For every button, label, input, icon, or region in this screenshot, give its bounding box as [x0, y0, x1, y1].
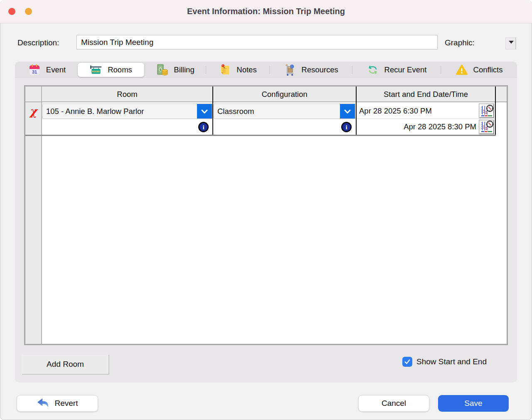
cancel-label: Cancel: [382, 399, 406, 408]
event-information-window: Event Information: Mission Trip Meeting …: [0, 0, 532, 420]
add-room-button[interactable]: Add Room: [22, 355, 109, 375]
tab-event[interactable]: 31 Event: [17, 63, 77, 77]
room-select-value: 105 - Annie B. Marlow Parlor: [43, 107, 197, 116]
delete-room-button[interactable]: χ: [25, 103, 41, 119]
rooms-sign-icon: ROOMS: [90, 64, 102, 76]
tab-rooms[interactable]: ROOMS Rooms: [78, 63, 144, 77]
show-start-end-label: Show Start and End: [416, 357, 487, 366]
minimize-button[interactable]: [25, 8, 32, 15]
datetime-picker-icon: [480, 104, 494, 118]
svg-text:31: 31: [32, 69, 37, 74]
end-datetime-field[interactable]: Apr 28 2025 8:30 PM: [357, 119, 494, 135]
column-divider: [41, 86, 42, 344]
delete-x-icon: χ: [30, 106, 37, 117]
room-select[interactable]: 105 - Annie B. Marlow Parlor: [42, 104, 212, 119]
tab-label: Billing: [174, 65, 194, 74]
datetime-picker-icon: [480, 120, 494, 133]
revert-label: Revert: [55, 399, 78, 408]
close-button[interactable]: [8, 8, 15, 15]
save-button[interactable]: Save: [438, 395, 509, 412]
chevron-down-icon: [342, 106, 352, 116]
svg-text:ROOMS: ROOMS: [92, 71, 100, 73]
row-bottom-divider: [25, 135, 496, 136]
undo-arrow-icon: [37, 398, 49, 409]
tab-label: Resources: [301, 65, 338, 74]
tab-billing[interactable]: $ Billing: [145, 63, 206, 77]
cancel-button[interactable]: Cancel: [358, 395, 429, 412]
graphic-label: Graphic:: [445, 38, 475, 47]
rooms-table: Room Configuration Start and End Date/Ti…: [24, 85, 508, 345]
tab-resources[interactable]: Resources: [270, 63, 352, 77]
configuration-dropdown-button[interactable]: [340, 104, 355, 119]
column-divider: [495, 86, 496, 136]
recur-arrows-icon: [367, 64, 379, 76]
checkmark-icon: [404, 358, 411, 366]
column-header-start-end: Start and End Date/Time: [357, 86, 495, 102]
end-datetime-value: Apr 28 2025 8:30 PM: [357, 122, 479, 131]
room-info-icon[interactable]: i: [198, 121, 209, 133]
tab-label: Rooms: [108, 65, 132, 74]
svg-text:i: i: [345, 124, 347, 131]
save-label: Save: [464, 399, 482, 408]
revert-button[interactable]: Revert: [17, 395, 98, 412]
configuration-info-row: i: [214, 119, 355, 135]
column-header-room: Room: [42, 86, 212, 102]
start-datetime-field[interactable]: Apr 28 2025 6:30 PM: [357, 103, 494, 119]
window-title: Event Information: Mission Trip Meeting: [187, 7, 345, 16]
svg-text:i: i: [202, 124, 204, 131]
tab-recur-event[interactable]: Recur Event: [352, 63, 441, 77]
tab-label: Conflicts: [473, 65, 503, 74]
tab-notes[interactable]: Notes: [206, 63, 269, 77]
configuration-info-icon[interactable]: i: [341, 121, 352, 133]
chevron-down-icon: [200, 106, 209, 116]
event-panel: 31 Event ROOMS Rooms $ Billing: [15, 62, 517, 383]
end-datetime-picker-button[interactable]: [479, 120, 494, 134]
show-start-end-checkbox[interactable]: [402, 357, 412, 367]
start-datetime-picker-button[interactable]: [479, 104, 494, 118]
triangle-down-icon: [509, 41, 514, 44]
title-bar: Event Information: Mission Trip Meeting: [0, 0, 532, 23]
tab-label: Recur Event: [384, 65, 427, 74]
start-datetime-value: Apr 28 2025 6:30 PM: [357, 106, 479, 116]
tab-label: Event: [46, 65, 66, 74]
warning-icon: [456, 64, 468, 76]
calendar-icon: 31: [28, 64, 41, 76]
tab-label: Notes: [236, 65, 256, 74]
sticky-note-icon: [219, 64, 231, 76]
tab-conflicts[interactable]: Conflicts: [441, 63, 517, 77]
configuration-select-value: Classroom: [214, 107, 340, 116]
room-dropdown-button[interactable]: [197, 104, 212, 119]
money-icon: $: [156, 64, 168, 76]
configuration-select[interactable]: Classroom: [214, 104, 355, 119]
description-input[interactable]: [76, 35, 438, 49]
column-divider: [212, 86, 213, 136]
tab-bar: 31 Event ROOMS Rooms $ Billing: [15, 62, 517, 78]
column-header-configuration: Configuration: [213, 86, 356, 102]
graphic-dropdown-button[interactable]: [505, 37, 516, 49]
show-start-end-control: Show Start and End: [402, 357, 487, 367]
description-label: Description:: [17, 38, 59, 47]
room-info-row: i: [42, 119, 212, 135]
add-room-label: Add Room: [47, 360, 84, 369]
hand-truck-icon: [283, 64, 296, 76]
row-gutter-column: [25, 86, 41, 344]
